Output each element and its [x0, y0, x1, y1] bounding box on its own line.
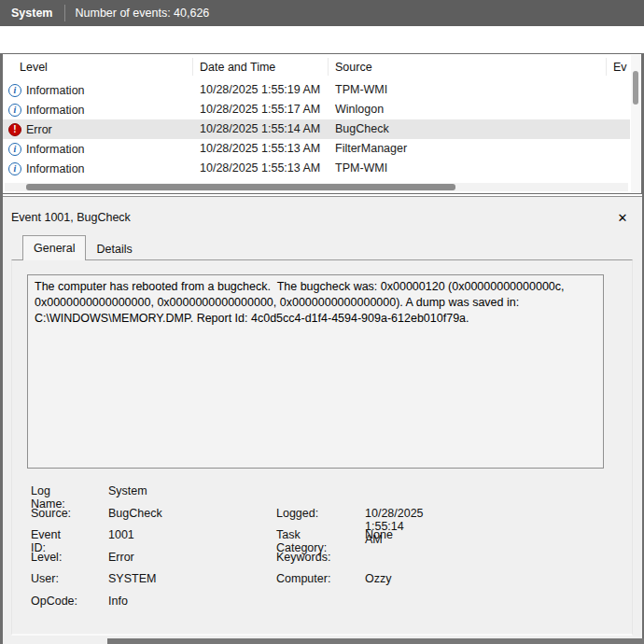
table-row[interactable]: i Information 10/28/2025 1:55:13 AM TPM-… — [3, 159, 630, 178]
field-value: Info — [108, 595, 128, 608]
level-cell: i Information — [8, 100, 85, 119]
log-name: System — [11, 7, 52, 20]
datetime-cell: 10/28/2025 1:55:13 AM — [200, 142, 320, 155]
field-label: Level: — [31, 551, 62, 564]
column-separator[interactable] — [606, 58, 607, 76]
table-row[interactable]: i Information 10/28/2025 1:55:19 AM TPM-… — [3, 80, 630, 100]
table-row-selected[interactable]: ! Error 10/28/2025 1:55:14 AM BugCheck — [3, 119, 630, 139]
level-label: Information — [26, 162, 85, 175]
event-viewer-window: System Number of events: 40,626 Level Da… — [0, 0, 644, 644]
column-header-source[interactable]: Source — [335, 61, 372, 74]
information-icon: i — [8, 84, 21, 97]
table-row[interactable]: i Information 10/28/2025 1:55:17 AM Winl… — [3, 100, 630, 119]
event-description-box[interactable]: The computer has rebooted from a bugchec… — [27, 274, 604, 469]
datetime-cell: 10/28/2025 1:55:19 AM — [200, 83, 320, 96]
detail-title: Event 1001, BugCheck — [11, 211, 131, 224]
field-value: Error — [108, 551, 134, 564]
level-label: Information — [26, 143, 85, 156]
information-icon: i — [8, 104, 21, 117]
vertical-scrollbar-thumb[interactable] — [633, 71, 638, 105]
level-cell: i Information — [8, 80, 85, 100]
tab-general[interactable]: General — [22, 235, 86, 260]
source-cell: FilterManager — [335, 142, 407, 155]
table-row[interactable]: i Information 10/28/2025 1:55:13 AM Filt… — [3, 139, 630, 159]
field-value: None — [365, 528, 393, 541]
vertical-scrollbar[interactable] — [631, 55, 640, 192]
window-bottom-bar — [107, 638, 644, 644]
level-label: Information — [26, 104, 85, 117]
datetime-cell: 10/28/2025 1:55:13 AM — [200, 161, 320, 175]
level-cell: i Information — [8, 159, 85, 178]
datetime-cell: 10/28/2025 1:55:17 AM — [200, 103, 320, 116]
horizontal-scrollbar-thumb[interactable] — [26, 184, 455, 190]
level-cell: ! Error — [8, 119, 52, 139]
events-count-label: Number of events: 40,626 — [75, 7, 209, 20]
column-separator[interactable] — [328, 58, 329, 76]
source-cell: TPM-WMI — [335, 161, 387, 175]
column-separator[interactable] — [192, 58, 193, 76]
detail-tabs: General Details — [22, 236, 143, 260]
window-left-border — [0, 53, 3, 644]
titlebar-divider — [64, 5, 65, 21]
column-header-level[interactable]: Level — [20, 61, 48, 74]
close-icon[interactable]: ✕ — [614, 209, 631, 226]
field-value: Ozzy — [365, 572, 391, 585]
horizontal-scrollbar[interactable] — [5, 183, 628, 191]
column-header-date[interactable]: Date and Time — [200, 61, 275, 74]
source-cell: TPM-WMI — [335, 83, 387, 96]
field-value: BugCheck — [108, 507, 162, 520]
detail-header: Event 1001, BugCheck ✕ — [11, 208, 633, 229]
field-label: User: — [31, 572, 59, 585]
source-cell: BugCheck — [335, 122, 389, 135]
general-tab-page: The computer has rebooted from a bugchec… — [11, 259, 633, 636]
field-label: Keywords: — [276, 551, 330, 564]
column-header-event-id[interactable]: Ev — [613, 61, 627, 74]
log-header-bar: System Number of events: 40,626 — [0, 0, 644, 26]
level-cell: i Information — [8, 139, 85, 159]
field-label: Source: — [31, 507, 71, 520]
field-value: System — [108, 484, 147, 497]
tab-details[interactable]: Details — [86, 239, 142, 260]
field-label: Computer: — [276, 572, 330, 585]
field-value: 1001 — [108, 528, 134, 541]
event-detail-pane: Event 1001, BugCheck ✕ General Details T… — [0, 196, 644, 644]
information-icon: i — [8, 143, 21, 156]
event-list-panel: Level Date and Time Source Ev i Informat… — [2, 53, 642, 194]
level-label: Error — [26, 123, 52, 136]
information-icon: i — [8, 162, 21, 175]
source-cell: Winlogon — [335, 103, 384, 116]
error-icon: ! — [8, 123, 21, 136]
field-label: Logged: — [276, 507, 318, 520]
field-value: SYSTEM — [108, 572, 156, 585]
event-list-header: Level Date and Time Source Ev — [3, 54, 641, 80]
datetime-cell: 10/28/2025 1:55:14 AM — [200, 122, 320, 135]
field-label: OpCode: — [31, 595, 77, 608]
level-label: Information — [26, 84, 85, 97]
